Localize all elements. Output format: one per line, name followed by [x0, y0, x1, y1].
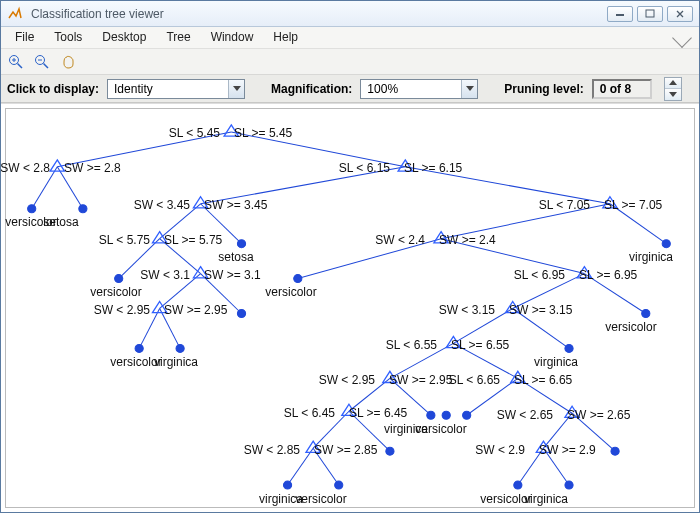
menu-tree[interactable]: Tree — [156, 27, 200, 48]
magnification-value: 100% — [361, 82, 461, 96]
split-label-right: SW >= 3.1 — [204, 268, 261, 282]
close-button[interactable] — [667, 6, 693, 22]
menu-desktop[interactable]: Desktop — [92, 27, 156, 48]
svg-line-7 — [44, 63, 49, 68]
leaf-label: versicolor — [605, 320, 656, 334]
split-label-left: SW < 2.8 — [1, 161, 50, 175]
menu-help[interactable]: Help — [263, 27, 308, 48]
split-label-left: SW < 3.45 — [134, 198, 190, 212]
pruning-level-value: 0 of 8 — [592, 79, 652, 99]
svg-point-64 — [442, 411, 450, 419]
split-label-left: SW < 2.95 — [94, 303, 150, 317]
split-label-left: SL < 5.75 — [99, 233, 150, 247]
maximize-button[interactable] — [637, 6, 663, 22]
svg-line-3 — [18, 63, 23, 68]
svg-point-54 — [176, 344, 184, 352]
split-label-right: SW >= 2.4 — [439, 233, 496, 247]
pan-icon[interactable] — [59, 53, 77, 71]
tree-canvas-wrap: SL < 5.45SL >= 5.45SW < 2.8SW >= 2.8SL <… — [1, 103, 699, 512]
tree-canvas[interactable]: SL < 5.45SL >= 5.45SW < 2.8SW >= 2.8SL <… — [1, 104, 699, 512]
split-label-left: SW < 2.4 — [375, 233, 425, 247]
menu-window[interactable]: Window — [201, 27, 264, 48]
split-label-right: SW >= 2.85 — [314, 443, 377, 457]
split-label-right: SW >= 2.95 — [389, 373, 452, 387]
pruning-level-label: Pruning level: — [504, 82, 583, 96]
svg-point-63 — [565, 481, 573, 489]
leaf-label: virginica — [154, 355, 198, 369]
split-label-right: SW >= 2.65 — [567, 408, 630, 422]
svg-point-49 — [115, 275, 123, 283]
split-label-right: SL >= 6.65 — [514, 373, 572, 387]
svg-point-57 — [463, 411, 471, 419]
split-label-left: SL < 7.05 — [539, 198, 590, 212]
split-label-left: SL < 6.65 — [449, 373, 500, 387]
split-label-right: SL >= 7.05 — [604, 198, 662, 212]
app-window: Classification tree viewer File Tools De… — [0, 0, 700, 513]
svg-point-52 — [642, 309, 650, 317]
dock-arrow-icon[interactable] — [672, 28, 692, 48]
menubar: File Tools Desktop Tree Window Help — [1, 27, 699, 49]
split-label-left: SW < 3.1 — [140, 268, 190, 282]
split-label-left: SW < 3.15 — [439, 303, 495, 317]
leaf-label: virginica — [629, 250, 673, 264]
svg-point-51 — [237, 309, 245, 317]
window-controls — [607, 6, 693, 22]
leaf-label: virginica — [534, 355, 578, 369]
svg-point-61 — [335, 481, 343, 489]
split-label-left: SW < 2.9 — [475, 443, 525, 457]
prune-down-button[interactable] — [665, 89, 681, 100]
split-label-right: SL >= 6.55 — [451, 338, 509, 352]
split-label-right: SW >= 2.8 — [64, 161, 121, 175]
svg-point-46 — [79, 205, 87, 213]
svg-point-47 — [237, 240, 245, 248]
split-label-left: SW < 2.85 — [244, 443, 300, 457]
split-label-left: SL < 5.45 — [169, 126, 220, 140]
svg-point-56 — [427, 411, 435, 419]
menu-file[interactable]: File — [5, 27, 44, 48]
svg-point-59 — [611, 447, 619, 455]
svg-rect-1 — [646, 10, 654, 17]
split-label-right: SL >= 6.15 — [404, 161, 462, 175]
magnification-select[interactable]: 100% — [360, 79, 478, 99]
titlebar: Classification tree viewer — [1, 1, 699, 27]
split-label-left: SL < 6.15 — [339, 161, 390, 175]
split-label-right: SW >= 2.9 — [539, 443, 596, 457]
leaf-label: versicolor — [415, 422, 466, 436]
svg-rect-0 — [616, 14, 624, 16]
split-label-left: SL < 6.45 — [284, 406, 335, 420]
split-label-left: SL < 6.95 — [514, 268, 565, 282]
leaf-label: versicolor — [90, 285, 141, 299]
leaf-label: setosa — [218, 250, 253, 264]
svg-point-48 — [662, 240, 670, 248]
minimize-button[interactable] — [607, 6, 633, 22]
click-to-display-select[interactable]: Identity — [107, 79, 245, 99]
split-label-left: SL < 6.55 — [386, 338, 437, 352]
zoom-in-icon[interactable] — [7, 53, 25, 71]
split-label-left: SW < 2.95 — [319, 373, 375, 387]
toolbar — [1, 49, 699, 75]
split-label-right: SL >= 5.45 — [234, 126, 292, 140]
svg-point-50 — [294, 275, 302, 283]
svg-point-55 — [565, 344, 573, 352]
leaf-label: setosa — [43, 215, 78, 229]
window-title: Classification tree viewer — [29, 7, 601, 21]
magnification-label: Magnification: — [271, 82, 352, 96]
control-bar: Click to display: Identity Magnification… — [1, 75, 699, 103]
split-label-right: SW >= 3.45 — [204, 198, 267, 212]
split-label-right: SW >= 3.15 — [509, 303, 572, 317]
split-label-right: SL >= 6.45 — [349, 406, 407, 420]
menu-tools[interactable]: Tools — [44, 27, 92, 48]
click-to-display-label: Click to display: — [7, 82, 99, 96]
matlab-icon — [7, 6, 23, 22]
svg-point-45 — [28, 205, 36, 213]
chevron-down-icon — [461, 80, 477, 98]
zoom-out-icon[interactable] — [33, 53, 51, 71]
leaf-label: virginica — [524, 492, 568, 506]
svg-point-60 — [283, 481, 291, 489]
svg-point-53 — [135, 344, 143, 352]
leaf-label: versicolor — [295, 492, 346, 506]
split-label-right: SW >= 2.95 — [164, 303, 227, 317]
chevron-down-icon — [228, 80, 244, 98]
split-label-right: SL >= 6.95 — [579, 268, 637, 282]
prune-up-button[interactable] — [665, 78, 681, 90]
